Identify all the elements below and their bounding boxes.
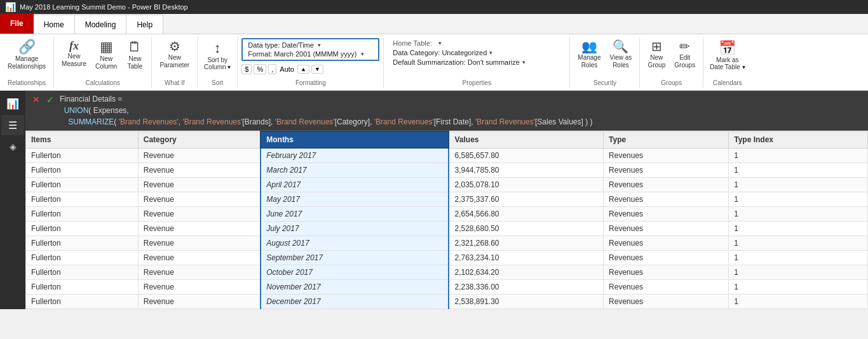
cell-typeIndex[interactable]: 1 — [729, 192, 868, 207]
cell-months[interactable]: September 2017 — [261, 251, 449, 265]
tab-modeling[interactable]: Modeling — [75, 15, 127, 34]
cell-category[interactable]: Revenue — [138, 148, 261, 163]
new-group-button[interactable]: ⊞ NewGroup — [644, 38, 669, 71]
col-header-type[interactable]: Type — [604, 131, 729, 148]
cell-category[interactable]: Revenue — [138, 236, 261, 251]
table-row[interactable]: FullertonRevenueNovember 20172,238,336.0… — [26, 280, 868, 295]
cell-values[interactable]: 2,102,634.20 — [449, 265, 603, 280]
cell-items[interactable]: Fullerton — [26, 265, 139, 280]
cell-items[interactable]: Fullerton — [26, 178, 139, 192]
cell-items[interactable]: Fullerton — [26, 207, 139, 222]
cell-values[interactable]: 2,528,680.50 — [449, 222, 603, 236]
percent-button[interactable]: % — [254, 64, 266, 74]
comma-button[interactable]: , — [268, 64, 276, 74]
sidebar-icon-data[interactable]: ☰ — [1, 115, 24, 135]
cell-values[interactable]: 2,375,337.60 — [449, 192, 603, 207]
cell-items[interactable]: Fullerton — [26, 192, 139, 207]
col-header-values[interactable]: Values — [449, 131, 603, 148]
home-table-row[interactable]: Home Table: ▾ — [393, 39, 560, 47]
cell-type[interactable]: Revenues — [604, 207, 729, 222]
table-row[interactable]: FullertonRevenueFebruary 20176,585,657.8… — [26, 148, 868, 163]
manage-relationships-button[interactable]: 🔗 ManageRelationships — [4, 38, 50, 72]
cell-items[interactable]: Fullerton — [26, 148, 139, 163]
cell-type[interactable]: Revenues — [604, 222, 729, 236]
cell-months[interactable]: April 2017 — [261, 178, 449, 192]
table-row[interactable]: FullertonRevenueJuly 20172,528,680.50Rev… — [26, 222, 868, 236]
cell-months[interactable]: June 2017 — [261, 207, 449, 222]
cell-items[interactable]: Fullerton — [26, 236, 139, 251]
cell-months[interactable]: August 2017 — [261, 236, 449, 251]
cell-type[interactable]: Revenues — [604, 265, 729, 280]
cell-items[interactable]: Fullerton — [26, 280, 139, 295]
cell-items[interactable]: Fullerton — [26, 163, 139, 178]
cell-type[interactable]: Revenues — [604, 251, 729, 265]
cell-values[interactable]: 6,585,657.80 — [449, 148, 603, 163]
cell-type[interactable]: Revenues — [604, 148, 729, 163]
data-category-row[interactable]: Data Category: Uncategorized ▾ — [393, 49, 560, 56]
cell-months[interactable]: November 2017 — [261, 280, 449, 295]
cell-typeIndex[interactable]: 1 — [729, 148, 868, 163]
cell-category[interactable]: Revenue — [138, 163, 261, 178]
col-header-category[interactable]: Category — [138, 131, 261, 148]
cell-category[interactable]: Revenue — [138, 265, 261, 280]
new-table-button[interactable]: 🗒 NewTable — [122, 38, 147, 72]
cell-category[interactable]: Revenue — [138, 295, 261, 309]
cell-category[interactable]: Revenue — [138, 178, 261, 192]
cell-months[interactable]: March 2017 — [261, 163, 449, 178]
cell-type[interactable]: Revenues — [604, 280, 729, 295]
cell-typeIndex[interactable]: 1 — [729, 207, 868, 222]
cell-values[interactable]: 2,538,891.30 — [449, 295, 603, 309]
cell-months[interactable]: February 2017 — [261, 148, 449, 163]
format-row[interactable]: Format: March 2001 (MMMM yyyy) ▾ — [248, 50, 373, 58]
col-header-months[interactable]: Months — [261, 131, 449, 148]
cell-values[interactable]: 2,654,566.80 — [449, 207, 603, 222]
table-row[interactable]: FullertonRevenueApril 20172,035,078.10Re… — [26, 178, 868, 192]
cell-values[interactable]: 2,238,336.00 — [449, 280, 603, 295]
cell-months[interactable]: October 2017 — [261, 265, 449, 280]
cell-type[interactable]: Revenues — [604, 192, 729, 207]
cell-type[interactable]: Revenues — [604, 163, 729, 178]
sidebar-icon-model[interactable]: ◈ — [1, 136, 24, 157]
cell-values[interactable]: 2,321,268.60 — [449, 236, 603, 251]
cell-typeIndex[interactable]: 1 — [729, 163, 868, 178]
sidebar-icon-report[interactable]: 📊 — [1, 93, 24, 114]
table-row[interactable]: FullertonRevenueDecember 20172,538,891.3… — [26, 295, 868, 309]
cell-months[interactable]: December 2017 — [261, 295, 449, 309]
cell-values[interactable]: 3,944,785.80 — [449, 163, 603, 178]
cell-typeIndex[interactable]: 1 — [729, 295, 868, 309]
tab-file[interactable]: File — [0, 13, 34, 34]
cell-items[interactable]: Fullerton — [26, 222, 139, 236]
cell-values[interactable]: 2,035,078.10 — [449, 178, 603, 192]
sort-by-column-button[interactable]: ↕ Sort byColumn ▾ — [201, 38, 233, 72]
table-row[interactable]: FullertonRevenueAugust 20172,321,268.60R… — [26, 236, 868, 251]
new-parameter-button[interactable]: ⚙ NewParameter — [156, 38, 193, 71]
col-header-typeindex[interactable]: Type Index — [729, 131, 868, 148]
mark-as-date-table-button[interactable]: 📅 Mark asDate Table ▾ — [707, 38, 747, 72]
col-header-items[interactable]: Items — [26, 131, 139, 148]
formula-confirm-button[interactable]: ✓ — [44, 95, 56, 105]
cell-category[interactable]: Revenue — [138, 280, 261, 295]
cell-category[interactable]: Revenue — [138, 207, 261, 222]
view-as-roles-button[interactable]: 🔍 View asRoles — [606, 38, 636, 71]
increase-decimal-button[interactable]: ▲ — [297, 65, 309, 74]
formula-cancel-button[interactable]: ✕ — [31, 95, 42, 105]
new-measure-button[interactable]: fx NewMeasure — [58, 38, 90, 70]
tab-home[interactable]: Home — [34, 15, 75, 34]
default-summarization-row[interactable]: Default Summarization: Don't summarize ▾ — [393, 58, 560, 66]
manage-roles-button[interactable]: 👥 ManageRoles — [574, 38, 604, 71]
currency-button[interactable]: $ — [241, 64, 252, 74]
cell-items[interactable]: Fullerton — [26, 251, 139, 265]
cell-typeIndex[interactable]: 1 — [729, 280, 868, 295]
cell-category[interactable]: Revenue — [138, 222, 261, 236]
cell-typeIndex[interactable]: 1 — [729, 236, 868, 251]
cell-typeIndex[interactable]: 1 — [729, 265, 868, 280]
edit-groups-button[interactable]: ✏ EditGroups — [670, 38, 699, 71]
table-row[interactable]: FullertonRevenueSeptember 20172,763,234.… — [26, 251, 868, 265]
new-column-button[interactable]: ▦ NewColumn — [92, 38, 121, 72]
cell-months[interactable]: July 2017 — [261, 222, 449, 236]
cell-typeIndex[interactable]: 1 — [729, 251, 868, 265]
cell-category[interactable]: Revenue — [138, 251, 261, 265]
cell-items[interactable]: Fullerton — [26, 295, 139, 309]
table-row[interactable]: FullertonRevenueOctober 20172,102,634.20… — [26, 265, 868, 280]
formula-text[interactable]: Financial Details = UNION( Expenses, SUM… — [60, 93, 863, 128]
